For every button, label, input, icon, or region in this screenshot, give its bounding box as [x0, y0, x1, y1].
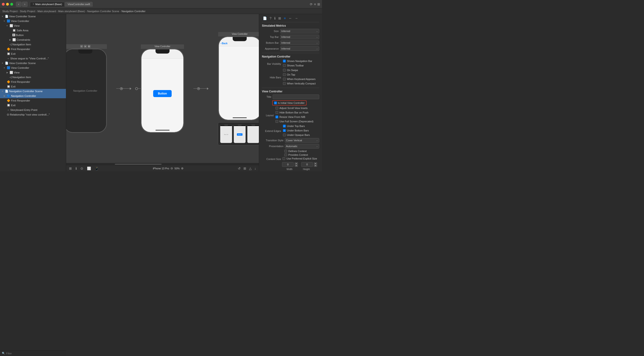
- adjust-scroll-checkbox[interactable]: [276, 107, 278, 110]
- tree-item-safe-area[interactable]: 🔲 Safe Area: [0, 28, 66, 33]
- tree-item-exit-1[interactable]: 🔲 Exit: [0, 52, 66, 56]
- ios-button[interactable]: Button: [153, 90, 172, 97]
- breadcrumb-item-2[interactable]: Study Project: [20, 10, 35, 13]
- tree-item-vc-scene-2[interactable]: ▾ 📄 View Controller Scene: [0, 61, 66, 66]
- tree-item-view-2[interactable]: ▶ ⬜ View: [0, 70, 66, 75]
- bottom-bar-select[interactable]: Inferred ⌄: [280, 40, 319, 45]
- back-button[interactable]: ‹: [16, 2, 22, 7]
- vertically-compact-checkbox[interactable]: [283, 82, 286, 85]
- breadcrumb-item-6[interactable]: Navigation Controller: [121, 10, 146, 13]
- width-step-up[interactable]: ▲: [295, 162, 298, 164]
- defines-context-checkbox[interactable]: [284, 150, 287, 152]
- info-btn[interactable]: ℹ: [74, 166, 78, 171]
- device-btn[interactable]: 📱: [94, 166, 100, 171]
- full-screen-checkbox[interactable]: [276, 120, 278, 123]
- thumbnail-3[interactable]: [247, 124, 259, 143]
- tree-item-nav-ctrl[interactable]: ▶ 🔵 Navigation Controller: [0, 94, 66, 98]
- thumbnail-2[interactable]: Button: [234, 124, 246, 143]
- tree-item-first-responder-1[interactable]: 🔶 First Responder: [0, 47, 66, 52]
- is-initial-checkbox[interactable]: [274, 102, 277, 104]
- tree-item-nav-ctrl-scene[interactable]: ▾ 📄 Navigation Controller Scene: [0, 89, 66, 94]
- breadcrumb-item-5[interactable]: Navigation Controller Scene: [87, 10, 119, 13]
- tab-main-storyboard[interactable]: ✕ Main.storyboard (Base): [30, 2, 64, 6]
- tree-item-segue[interactable]: → Show segue to "View Controll...": [0, 56, 66, 61]
- list-view-button[interactable]: ≡: [314, 2, 316, 6]
- title-input[interactable]: [273, 94, 319, 99]
- height-step-down[interactable]: ▼: [314, 165, 317, 167]
- tab-close-icon[interactable]: ✕: [32, 3, 34, 6]
- height-input[interactable]: [301, 162, 313, 167]
- right-tab-file[interactable]: 📄: [262, 16, 268, 20]
- tree-item-relationship[interactable]: ⊙ Relationship "root view controll...": [0, 112, 66, 117]
- breadcrumb-sep-1: ›: [18, 10, 19, 13]
- presentation-select[interactable]: Automatic ⌄: [285, 144, 319, 148]
- tree-item-vc-scene-1[interactable]: ▾ 📄 View Controller Scene: [0, 14, 66, 19]
- right-tab-conn[interactable]: →: [294, 16, 299, 20]
- outline-btn[interactable]: ⊞: [68, 166, 73, 171]
- top-icon-3[interactable]: ⊞: [88, 45, 90, 48]
- right-tab-size[interactable]: ↔: [288, 16, 293, 20]
- top-icon-1[interactable]: ⊙: [80, 45, 83, 48]
- top-icon-2[interactable]: ●: [84, 45, 87, 48]
- transition-style-select[interactable]: Cover Vertical ⌄: [285, 138, 319, 143]
- breadcrumb-item-3[interactable]: Main.storyboard: [38, 10, 56, 13]
- horizontal-scrollbar[interactable]: [66, 163, 259, 165]
- shows-toolbar-checkbox[interactable]: [283, 64, 286, 67]
- tree-item-button[interactable]: 🅱 Button: [0, 33, 66, 38]
- provides-context-checkbox[interactable]: [284, 154, 287, 156]
- canvas-area[interactable]: ⊙ ● ⊞ Navigation Controller: [66, 14, 259, 172]
- close-button[interactable]: [2, 3, 5, 6]
- on-tap-checkbox[interactable]: [283, 73, 286, 76]
- maximize-button[interactable]: [10, 3, 13, 6]
- tree-item-constraints[interactable]: ▶ ⬜ Constraints: [0, 38, 66, 42]
- under-top-bars-checkbox[interactable]: [283, 125, 286, 128]
- reset-btn[interactable]: ↺: [237, 166, 242, 171]
- scrollbar-thumb[interactable]: [115, 164, 162, 165]
- tree-item-storyboard-entry[interactable]: → Storyboard Entry Point: [0, 108, 66, 112]
- minimize-button[interactable]: [6, 3, 9, 6]
- use-preferred-checkbox[interactable]: [282, 157, 285, 160]
- tree-item-vc-2[interactable]: ▾ 🟦 View Controller: [0, 66, 66, 70]
- width-step-down[interactable]: ▼: [295, 165, 298, 167]
- breadcrumb-item-4[interactable]: Main.storyboard (Base): [58, 10, 85, 13]
- height-step-up[interactable]: ▲: [314, 162, 317, 164]
- right-tab-help[interactable]: ?: [269, 16, 272, 20]
- record-btn[interactable]: ⊙: [80, 166, 84, 171]
- export-btn[interactable]: ↓: [254, 166, 257, 171]
- zoom-out-btn[interactable]: ⊖: [170, 166, 173, 170]
- right-tab-quick[interactable]: ⊞: [277, 16, 282, 20]
- tree-item-nav-item-2[interactable]: ◁ Navigation Item: [0, 75, 66, 80]
- tree-item-first-responder-3[interactable]: 🔶 First Responder: [0, 98, 66, 103]
- tree-item-nav-item-1[interactable]: ◁ Navigation Item: [0, 42, 66, 47]
- tree-item-vc-1[interactable]: ▾ 🟦 View Controller: [0, 19, 66, 24]
- tree-item-exit-2[interactable]: 🔲 Exit: [0, 84, 66, 89]
- right-panel-tabs: 📄 ? ℹ ⊞ ≡ ↔ →: [262, 16, 319, 22]
- hide-bottom-bar-checkbox[interactable]: [276, 111, 278, 114]
- size-select[interactable]: Inferred ⌄: [280, 29, 319, 34]
- resize-view-checkbox[interactable]: [276, 116, 278, 118]
- top-bar-select[interactable]: Inferred ⌄: [280, 34, 319, 39]
- under-bottom-bars-checkbox[interactable]: [283, 129, 286, 132]
- layout-checkboxes: Adjust Scroll View Insets Hide Bottom Ba…: [276, 107, 314, 124]
- tree-item-view-1[interactable]: ▾ ⬜ View: [0, 24, 66, 28]
- split-view-button[interactable]: ⊞: [317, 2, 320, 6]
- keyboard-appears-checkbox[interactable]: [283, 78, 286, 80]
- shows-nav-bar-checkbox[interactable]: [283, 60, 286, 62]
- appearance-select[interactable]: Inferred ⌄: [280, 46, 319, 51]
- view-btn[interactable]: ⬜: [86, 166, 92, 171]
- thumbnail-1[interactable]: Nav Ctrl: [220, 124, 232, 143]
- breadcrumb-item-1[interactable]: Study Project: [2, 10, 18, 13]
- on-swipe-checkbox[interactable]: [283, 69, 286, 72]
- tree-item-exit-3[interactable]: 🔲 Exit: [0, 103, 66, 108]
- zoom-in-btn[interactable]: ⊕: [181, 166, 184, 170]
- tree-item-first-responder-2[interactable]: 🔶 First Responder: [0, 80, 66, 84]
- align-btn[interactable]: △: [248, 166, 252, 171]
- layout-btn[interactable]: ⊞: [242, 166, 247, 171]
- right-tab-attr[interactable]: ≡: [283, 16, 287, 20]
- forward-button[interactable]: ›: [22, 2, 28, 7]
- refresh-button[interactable]: ⟳: [310, 2, 313, 6]
- right-tab-info[interactable]: ℹ: [273, 16, 276, 20]
- width-input[interactable]: [282, 162, 294, 167]
- tab-viewcontroller-swift[interactable]: ViewController.swift: [65, 2, 92, 6]
- under-opaque-bars-checkbox[interactable]: [283, 134, 286, 136]
